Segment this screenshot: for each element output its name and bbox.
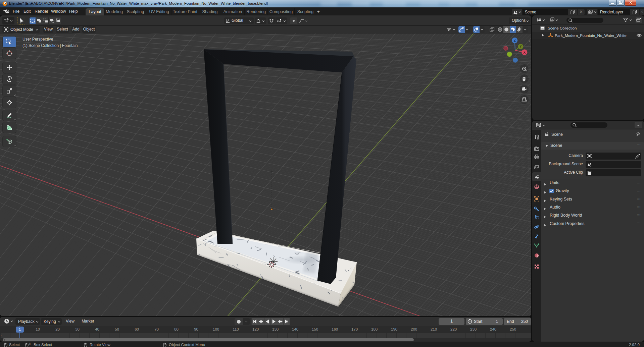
svg-text:Y: Y [519, 45, 522, 48]
svg-text:‹: ‹ [529, 38, 530, 43]
svg-text:Z: Z [514, 39, 516, 42]
svg-text:X: X [523, 51, 526, 54]
